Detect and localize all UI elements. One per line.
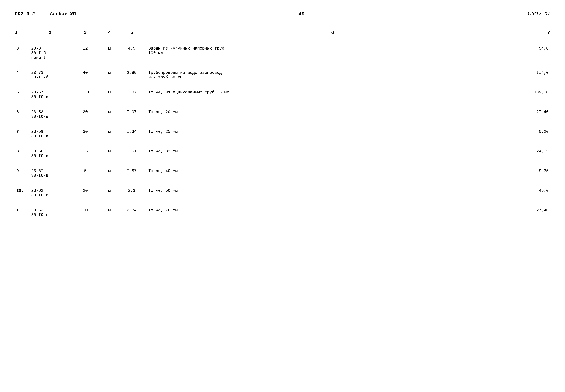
col-header-4: 4 [100, 30, 119, 35]
cell-price: I,07 [119, 110, 145, 114]
cell-qty: 30 [70, 129, 100, 134]
cell-num: 8. [15, 149, 30, 154]
cell-num: 9. [15, 169, 30, 173]
main-table: I 2 3 4 5 6 7 3. 23-330-I-бприм.I I2 м 4… [15, 26, 550, 223]
document-code: 902-9-2 [15, 11, 35, 17]
cell-ref: 23-7330-II-б [30, 70, 70, 80]
table-row: 3. 23-330-I-бприм.I I2 м 4,5 Вводы из чу… [15, 41, 550, 65]
table-row: II. 23-6330-IO-г IO м 2,74 То же, 70 мм … [15, 203, 550, 223]
cell-total: 46,0 [521, 188, 550, 193]
album-label: Альбом УП [50, 11, 76, 17]
cell-desc: Вводы из чугунных напорных трубI00 мм [145, 46, 521, 56]
cell-qty: 20 [70, 110, 100, 114]
cell-num: 4. [15, 70, 30, 75]
cell-unit: м [100, 70, 119, 75]
cell-ref: 23-6330-IO-г [30, 208, 70, 217]
cell-price: I,07 [119, 90, 145, 95]
doc-number: 12617-07 [527, 11, 550, 17]
cell-num: 5. [15, 90, 30, 95]
cell-qty: I5 [70, 149, 100, 154]
cell-num: II. [15, 208, 30, 213]
page-header: 902-9-2 Альбом УП - 49 - 12617-07 [15, 11, 550, 17]
cell-ref: 23-6230-IO-г [30, 188, 70, 198]
page-number: - 49 - [292, 11, 311, 17]
table-body: 3. 23-330-I-бприм.I I2 м 4,5 Вводы из чу… [15, 41, 550, 223]
cell-desc: То же, 50 мм [145, 188, 521, 193]
table-row: 6. 23-5830-IO-в 20 м I,07 То же, 20 мм 2… [15, 105, 550, 124]
cell-desc: То же, из оцинкованных труб I5 мм [145, 90, 521, 95]
col-header-3: 3 [70, 30, 100, 35]
cell-desc: Трубопроводы из водогазопровод-ных труб … [145, 70, 521, 80]
cell-num: 3. [15, 46, 30, 51]
table-row: 9. 23-6I30-IO-в 5 м I,87 То же, 40 мм 9,… [15, 164, 550, 183]
cell-desc: То же, 32 мм [145, 149, 521, 154]
cell-qty: 20 [70, 188, 100, 193]
cell-unit: м [100, 110, 119, 114]
col-header-7: 7 [521, 30, 550, 35]
cell-unit: м [100, 90, 119, 95]
cell-unit: м [100, 149, 119, 154]
cell-ref: 23-5730-IO-в [30, 90, 70, 99]
cell-price: 4,5 [119, 46, 145, 51]
cell-price: 2,85 [119, 70, 145, 75]
table-row: I0. 23-6230-IO-г 20 м 2,3 То же, 50 мм 4… [15, 183, 550, 203]
cell-total: I39,I0 [521, 90, 550, 95]
cell-desc: То же, 40 мм [145, 169, 521, 173]
cell-price: 2,74 [119, 208, 145, 213]
cell-total: 9,35 [521, 169, 550, 173]
table-row: 7. 23-5930-IO-в 30 м I,34 То же, 25 мм 4… [15, 124, 550, 144]
cell-total: 54,0 [521, 46, 550, 51]
cell-ref: 23-5930-IO-в [30, 129, 70, 139]
table-row: 5. 23-5730-IO-в I30 м I,07 То же, из оци… [15, 85, 550, 105]
cell-total: 27,40 [521, 208, 550, 213]
col-header-6: 6 [145, 30, 521, 35]
cell-unit: м [100, 208, 119, 213]
cell-total: 40,20 [521, 129, 550, 134]
col-header-2: 2 [30, 30, 70, 35]
column-headers: I 2 3 4 5 6 7 [15, 26, 550, 41]
cell-ref: 23-6030-IO-в [30, 149, 70, 158]
cell-ref: 23-330-I-бприм.I [30, 46, 70, 60]
cell-ref: 23-5830-IO-в [30, 110, 70, 119]
cell-unit: м [100, 188, 119, 193]
cell-unit: м [100, 129, 119, 134]
cell-unit: м [100, 169, 119, 173]
cell-total: 2I,40 [521, 110, 550, 114]
cell-unit: м [100, 46, 119, 51]
cell-desc: То же, 20 мм [145, 110, 521, 114]
cell-qty: 40 [70, 70, 100, 75]
cell-total: II4,0 [521, 70, 550, 75]
cell-price: I,6I [119, 149, 145, 154]
cell-total: 24,I5 [521, 149, 550, 154]
cell-price: I,34 [119, 129, 145, 134]
cell-qty: I30 [70, 90, 100, 95]
table-row: 4. 23-7330-II-б 40 м 2,85 Трубопроводы и… [15, 65, 550, 85]
table-row: 8. 23-6030-IO-в I5 м I,6I То же, 32 мм 2… [15, 144, 550, 164]
cell-desc: То же, 25 мм [145, 129, 521, 134]
cell-qty: I2 [70, 46, 100, 51]
cell-ref: 23-6I30-IO-в [30, 169, 70, 178]
cell-num: I0. [15, 188, 30, 193]
cell-price: 2,3 [119, 188, 145, 193]
col-header-1: I [15, 30, 30, 35]
cell-qty: IO [70, 208, 100, 213]
col-header-5: 5 [119, 30, 145, 35]
cell-num: 6. [15, 110, 30, 114]
cell-price: I,87 [119, 169, 145, 173]
header-left: 902-9-2 Альбом УП [15, 11, 76, 17]
cell-num: 7. [15, 129, 30, 134]
cell-qty: 5 [70, 169, 100, 173]
cell-desc: То же, 70 мм [145, 208, 521, 213]
